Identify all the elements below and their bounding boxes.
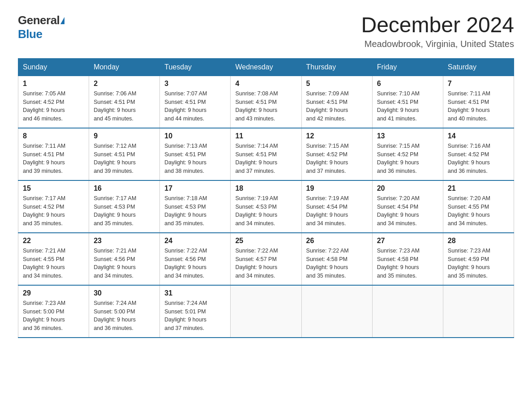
day-number: 15 bbox=[23, 184, 84, 193]
day-info: Sunrise: 7:21 AM Sunset: 4:55 PM Dayligh… bbox=[23, 247, 84, 280]
week-row-3: 15 Sunrise: 7:17 AM Sunset: 4:52 PM Dayl… bbox=[18, 180, 514, 233]
day-info: Sunrise: 7:05 AM Sunset: 4:52 PM Dayligh… bbox=[23, 90, 84, 123]
day-cell: 3 Sunrise: 7:07 AM Sunset: 4:51 PM Dayli… bbox=[160, 76, 231, 128]
day-cell: 29 Sunrise: 7:23 AM Sunset: 5:00 PM Dayl… bbox=[18, 285, 89, 338]
day-cell: 21 Sunrise: 7:20 AM Sunset: 4:55 PM Dayl… bbox=[443, 180, 514, 233]
day-info: Sunrise: 7:15 AM Sunset: 4:52 PM Dayligh… bbox=[377, 142, 438, 176]
day-info: Sunrise: 7:08 AM Sunset: 4:51 PM Dayligh… bbox=[235, 90, 296, 123]
day-cell: 25 Sunrise: 7:22 AM Sunset: 4:57 PM Dayl… bbox=[231, 233, 301, 285]
day-cell: 1 Sunrise: 7:05 AM Sunset: 4:52 PM Dayli… bbox=[18, 76, 89, 128]
day-number: 31 bbox=[164, 289, 226, 297]
day-number: 14 bbox=[448, 132, 509, 140]
day-cell bbox=[301, 285, 372, 338]
day-number: 7 bbox=[448, 80, 509, 88]
day-number: 19 bbox=[306, 184, 368, 193]
day-number: 16 bbox=[94, 184, 155, 193]
day-cell: 27 Sunrise: 7:23 AM Sunset: 4:58 PM Dayl… bbox=[372, 233, 443, 285]
col-friday: Friday bbox=[372, 58, 443, 76]
day-cell: 11 Sunrise: 7:14 AM Sunset: 4:51 PM Dayl… bbox=[231, 128, 301, 180]
calendar-table: Sunday Monday Tuesday Wednesday Thursday… bbox=[18, 58, 514, 338]
logo: General Blue bbox=[18, 13, 64, 41]
day-number: 18 bbox=[235, 184, 296, 193]
day-info: Sunrise: 7:23 AM Sunset: 4:58 PM Dayligh… bbox=[377, 247, 438, 280]
day-number: 8 bbox=[23, 132, 84, 140]
day-cell: 4 Sunrise: 7:08 AM Sunset: 4:51 PM Dayli… bbox=[231, 76, 301, 128]
day-number: 3 bbox=[164, 80, 226, 88]
col-saturday: Saturday bbox=[443, 58, 514, 76]
logo-top: General bbox=[18, 13, 64, 27]
day-cell: 7 Sunrise: 7:11 AM Sunset: 4:51 PM Dayli… bbox=[443, 76, 514, 128]
day-cell: 30 Sunrise: 7:24 AM Sunset: 5:00 PM Dayl… bbox=[89, 285, 160, 338]
day-number: 30 bbox=[94, 289, 155, 297]
day-number: 1 bbox=[23, 80, 84, 88]
day-number: 28 bbox=[448, 237, 509, 245]
day-info: Sunrise: 7:23 AM Sunset: 5:00 PM Dayligh… bbox=[23, 299, 84, 333]
day-info: Sunrise: 7:20 AM Sunset: 4:54 PM Dayligh… bbox=[377, 194, 438, 228]
day-number: 20 bbox=[377, 184, 438, 193]
day-number: 29 bbox=[23, 289, 84, 297]
logo-bottom: Blue bbox=[18, 27, 42, 41]
logo-triangle-icon bbox=[60, 17, 64, 24]
day-cell bbox=[372, 285, 443, 338]
logo-blue-text: Blue bbox=[18, 27, 42, 41]
day-info: Sunrise: 7:10 AM Sunset: 4:51 PM Dayligh… bbox=[377, 90, 438, 123]
day-cell: 16 Sunrise: 7:17 AM Sunset: 4:53 PM Dayl… bbox=[89, 180, 160, 233]
day-info: Sunrise: 7:24 AM Sunset: 5:00 PM Dayligh… bbox=[94, 299, 155, 333]
day-info: Sunrise: 7:15 AM Sunset: 4:52 PM Dayligh… bbox=[306, 142, 368, 176]
day-number: 24 bbox=[164, 237, 226, 245]
day-cell: 12 Sunrise: 7:15 AM Sunset: 4:52 PM Dayl… bbox=[301, 128, 372, 180]
day-number: 27 bbox=[377, 237, 438, 245]
day-info: Sunrise: 7:19 AM Sunset: 4:54 PM Dayligh… bbox=[306, 194, 368, 228]
day-info: Sunrise: 7:13 AM Sunset: 4:51 PM Dayligh… bbox=[164, 142, 226, 176]
header-row: Sunday Monday Tuesday Wednesday Thursday… bbox=[18, 58, 514, 76]
day-info: Sunrise: 7:14 AM Sunset: 4:51 PM Dayligh… bbox=[235, 142, 296, 176]
col-sunday: Sunday bbox=[18, 58, 89, 76]
day-cell: 26 Sunrise: 7:22 AM Sunset: 4:58 PM Dayl… bbox=[301, 233, 372, 285]
day-cell: 2 Sunrise: 7:06 AM Sunset: 4:51 PM Dayli… bbox=[89, 76, 160, 128]
day-cell: 6 Sunrise: 7:10 AM Sunset: 4:51 PM Dayli… bbox=[372, 76, 443, 128]
day-number: 5 bbox=[306, 80, 368, 88]
day-number: 10 bbox=[164, 132, 226, 140]
day-info: Sunrise: 7:11 AM Sunset: 4:51 PM Dayligh… bbox=[448, 90, 509, 123]
day-cell: 22 Sunrise: 7:21 AM Sunset: 4:55 PM Dayl… bbox=[18, 233, 89, 285]
day-number: 11 bbox=[235, 132, 296, 140]
day-number: 4 bbox=[235, 80, 296, 88]
page-header: General Blue December 2024 Meadowbrook, … bbox=[18, 13, 514, 49]
day-info: Sunrise: 7:21 AM Sunset: 4:56 PM Dayligh… bbox=[94, 247, 155, 280]
day-number: 26 bbox=[306, 237, 368, 245]
day-number: 25 bbox=[235, 237, 296, 245]
title-block: December 2024 Meadowbrook, Virginia, Uni… bbox=[361, 13, 514, 49]
logo-general-text: General bbox=[18, 13, 60, 27]
day-info: Sunrise: 7:16 AM Sunset: 4:52 PM Dayligh… bbox=[448, 142, 509, 176]
day-cell: 23 Sunrise: 7:21 AM Sunset: 4:56 PM Dayl… bbox=[89, 233, 160, 285]
day-info: Sunrise: 7:24 AM Sunset: 5:01 PM Dayligh… bbox=[164, 299, 226, 333]
calendar-subtitle: Meadowbrook, Virginia, United States bbox=[361, 39, 514, 49]
day-number: 17 bbox=[164, 184, 226, 193]
day-info: Sunrise: 7:22 AM Sunset: 4:57 PM Dayligh… bbox=[235, 247, 296, 280]
day-cell: 9 Sunrise: 7:12 AM Sunset: 4:51 PM Dayli… bbox=[89, 128, 160, 180]
day-info: Sunrise: 7:09 AM Sunset: 4:51 PM Dayligh… bbox=[306, 90, 368, 123]
col-monday: Monday bbox=[89, 58, 160, 76]
day-cell: 13 Sunrise: 7:15 AM Sunset: 4:52 PM Dayl… bbox=[372, 128, 443, 180]
day-info: Sunrise: 7:18 AM Sunset: 4:53 PM Dayligh… bbox=[164, 194, 226, 228]
col-wednesday: Wednesday bbox=[231, 58, 301, 76]
day-cell: 18 Sunrise: 7:19 AM Sunset: 4:53 PM Dayl… bbox=[231, 180, 301, 233]
day-cell: 17 Sunrise: 7:18 AM Sunset: 4:53 PM Dayl… bbox=[160, 180, 231, 233]
day-info: Sunrise: 7:11 AM Sunset: 4:51 PM Dayligh… bbox=[23, 142, 84, 176]
day-cell: 8 Sunrise: 7:11 AM Sunset: 4:51 PM Dayli… bbox=[18, 128, 89, 180]
day-cell: 19 Sunrise: 7:19 AM Sunset: 4:54 PM Dayl… bbox=[301, 180, 372, 233]
col-thursday: Thursday bbox=[301, 58, 372, 76]
day-number: 6 bbox=[377, 80, 438, 88]
day-cell: 10 Sunrise: 7:13 AM Sunset: 4:51 PM Dayl… bbox=[160, 128, 231, 180]
day-cell: 20 Sunrise: 7:20 AM Sunset: 4:54 PM Dayl… bbox=[372, 180, 443, 233]
day-info: Sunrise: 7:22 AM Sunset: 4:56 PM Dayligh… bbox=[164, 247, 226, 280]
day-info: Sunrise: 7:19 AM Sunset: 4:53 PM Dayligh… bbox=[235, 194, 296, 228]
day-info: Sunrise: 7:17 AM Sunset: 4:53 PM Dayligh… bbox=[94, 194, 155, 228]
day-cell bbox=[443, 285, 514, 338]
day-number: 23 bbox=[94, 237, 155, 245]
day-cell: 24 Sunrise: 7:22 AM Sunset: 4:56 PM Dayl… bbox=[160, 233, 231, 285]
day-number: 2 bbox=[94, 80, 155, 88]
calendar-title: December 2024 bbox=[361, 13, 514, 37]
day-cell: 15 Sunrise: 7:17 AM Sunset: 4:52 PM Dayl… bbox=[18, 180, 89, 233]
day-number: 13 bbox=[377, 132, 438, 140]
